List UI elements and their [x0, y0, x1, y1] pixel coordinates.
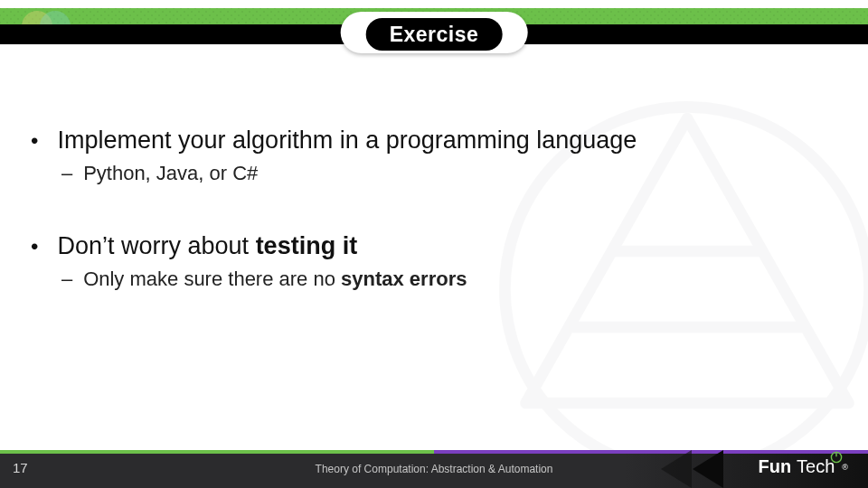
bullet-item: Implement your algorithm in a programmin…	[36, 127, 832, 185]
sub-bullet-text: Python, Java, or C#	[83, 162, 258, 184]
bullet-text: Implement your algorithm in a programmin…	[58, 127, 637, 154]
sub-bullet-item: Python, Java, or C#	[69, 162, 832, 185]
footer-accent-line	[0, 450, 868, 454]
bullet-item: Don’t worry about testing it Only make s…	[36, 232, 832, 291]
sub-bullet-text-bold: syntax errors	[341, 267, 467, 290]
footer-bar: 17 Theory of Computation: Abstraction & …	[0, 450, 868, 488]
bullet-text-bold: testing it	[256, 232, 358, 259]
bullet-text: Don’t worry about	[58, 232, 256, 259]
sub-bullet-text: Only make sure there are no	[83, 267, 341, 290]
title-badge-label: Exercise	[366, 18, 503, 51]
title-badge: Exercise	[341, 12, 528, 53]
sub-bullet-item: Only make sure there are no syntax error…	[69, 267, 832, 291]
footer-logo: FunTech®	[758, 456, 848, 477]
logo-text-primary: Fun	[758, 456, 791, 477]
registered-mark: ®	[842, 463, 848, 472]
slide-content: Implement your algorithm in a programmin…	[0, 127, 868, 338]
footer-caption: Theory of Computation: Abstraction & Aut…	[0, 463, 868, 475]
power-icon	[830, 451, 843, 464]
